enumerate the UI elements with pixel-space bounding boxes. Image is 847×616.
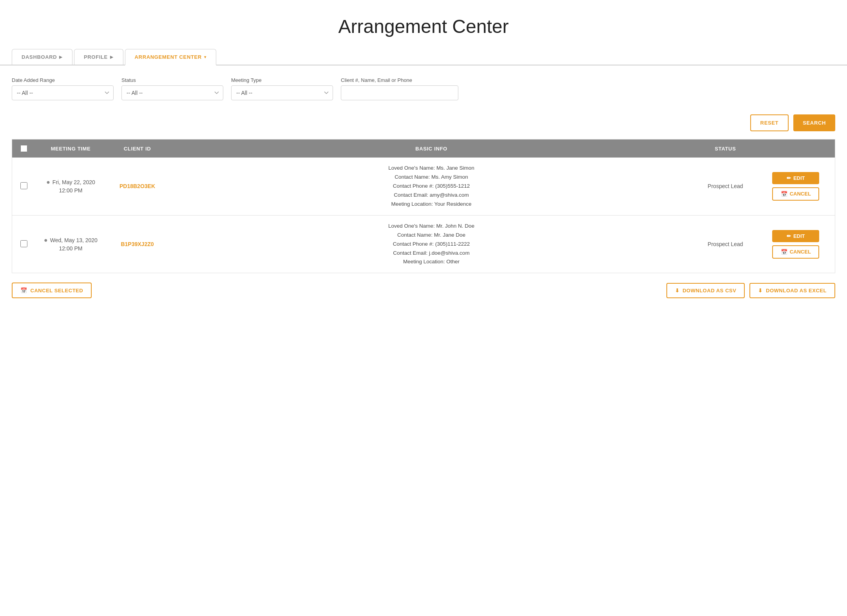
row2-cancel-label: CANCEL [790,249,811,255]
row1-checkbox-cell [12,158,36,215]
row2-cancel-button[interactable]: 📅 CANCEL [772,245,819,259]
download-excel-button[interactable]: ⬇ DOWNLOAD AS EXCEL [749,283,835,298]
row2-action-buttons: ✏ EDIT 📅 CANCEL [763,230,829,259]
table-container: MEETING TIME CLIENT ID BASIC INFO STATUS… [12,139,835,273]
select-all-checkbox[interactable] [20,145,27,152]
calendar-icon: 📅 [781,249,787,255]
cancel-selected-button[interactable]: 📅 CANCEL SELECTED [12,283,92,298]
row1-contact-phone: Contact Phone #: (305)555-1212 [175,182,688,191]
pencil-icon: ✏ [787,233,791,239]
row2-client-id-cell: B1P39XJ2Z0 [106,215,169,273]
filter-meeting-type: Meeting Type -- All -- [231,77,333,100]
bottom-bar: 📅 CANCEL SELECTED ⬇ DOWNLOAD AS CSV ⬇ DO… [0,275,847,306]
col-header-client-id: CLIENT ID [106,140,169,158]
row1-meeting-time: ● Fri, May 22, 2020 12:00 PM [42,179,100,194]
row2-loved-ones-name: Loved One's Name: Mr. John N. Doe [175,222,688,231]
nav-tabs: DASHBOARD ▶ PROFILE ▶ ARRANGEMENT CENTER… [0,49,847,65]
col-header-checkbox [12,140,36,158]
download-buttons: ⬇ DOWNLOAD AS CSV ⬇ DOWNLOAD AS EXCEL [666,283,835,298]
col-header-basic-info: BASIC INFO [169,140,694,158]
tab-dashboard-label: DASHBOARD [22,54,57,60]
row2-edit-button[interactable]: ✏ EDIT [772,230,819,242]
row1-action-buttons: ✏ EDIT 📅 CANCEL [763,172,829,201]
row2-meeting-time-top: ● Wed, May 13, 2020 [44,237,98,244]
tab-arrangement-center-arrow: ▾ [204,55,206,59]
row2-meeting-location: Meeting Location: Other [175,257,688,266]
row1-contact-email: Contact Email: amy@shiva.com [175,191,688,200]
tab-arrangement-center-label: ARRANGEMENT CENTER [135,54,202,60]
cancel-selected-label: CANCEL SELECTED [31,288,83,294]
row2-edit-label: EDIT [793,233,805,239]
row2-contact-phone: Contact Phone #: (305)111-2222 [175,240,688,249]
filter-date-range-select[interactable]: -- All -- [12,85,114,100]
row2-basic-info: Loved One's Name: Mr. John N. Doe Contac… [175,222,688,267]
row2-meeting-hour: 12:00 PM [59,245,83,252]
row2-status-cell: Prospect Lead [694,215,757,273]
filter-meeting-type-select[interactable]: -- All -- [231,85,333,100]
pencil-icon: ✏ [787,175,791,181]
row2-actions-cell: ✏ EDIT 📅 CANCEL [757,215,835,273]
search-button[interactable]: SEARCH [793,114,835,131]
filters-row: Date Added Range -- All -- Status -- All… [12,77,835,100]
filter-meeting-type-label: Meeting Type [231,77,333,83]
filter-search: Client #, Name, Email or Phone [341,77,458,100]
row2-contact-name: Contact Name: Mr. Jane Doe [175,231,688,240]
row2-contact-email: Contact Email: j.doe@shiva.com [175,249,688,258]
row1-cancel-label: CANCEL [790,191,811,197]
row2-checkbox-cell [12,215,36,273]
tab-arrangement-center[interactable]: ARRANGEMENT CENTER ▾ [125,49,216,65]
row1-actions-cell: ✏ EDIT 📅 CANCEL [757,158,835,215]
row1-client-id-link[interactable]: PD18B2O3EK [119,183,155,189]
row1-cancel-button[interactable]: 📅 CANCEL [772,187,819,201]
table-row: ● Fri, May 22, 2020 12:00 PM PD18B2O3EK … [12,158,835,215]
reset-button[interactable]: RESET [750,114,789,131]
table-row: ● Wed, May 13, 2020 12:00 PM B1P39XJ2Z0 … [12,215,835,273]
row2-checkbox[interactable] [20,240,27,247]
download-csv-button[interactable]: ⬇ DOWNLOAD AS CSV [666,283,745,298]
filter-search-label: Client #, Name, Email or Phone [341,77,458,83]
tab-profile[interactable]: PROFILE ▶ [74,49,123,65]
action-buttons-row: RESET SEARCH [0,108,847,139]
filter-status: Status -- All -- [121,77,223,100]
col-header-actions [757,140,835,158]
row2-meeting-time: ● Wed, May 13, 2020 12:00 PM [42,237,100,252]
row2-client-id-link[interactable]: B1P39XJ2Z0 [121,241,154,247]
row1-meeting-location: Meeting Location: Your Residence [175,200,688,209]
tab-profile-label: PROFILE [84,54,108,60]
calendar-icon: 📅 [781,191,787,197]
row2-meeting-date: Wed, May 13, 2020 [50,237,98,243]
row1-edit-label: EDIT [793,175,805,181]
row1-basic-info: Loved One's Name: Ms. Jane Simon Contact… [175,164,688,209]
col-header-status: STATUS [694,140,757,158]
row1-meeting-time-cell: ● Fri, May 22, 2020 12:00 PM [36,158,106,215]
search-input[interactable] [341,85,458,100]
row1-edit-button[interactable]: ✏ EDIT [772,172,819,184]
row1-meeting-date: Fri, May 22, 2020 [52,179,95,185]
clock-icon: ● [46,179,50,186]
filter-date-range: Date Added Range -- All -- [12,77,114,100]
download-excel-label: DOWNLOAD AS EXCEL [766,288,827,294]
row1-status: Prospect Lead [708,183,743,189]
cancel-selected-icon: 📅 [20,287,27,294]
row1-client-id-cell: PD18B2O3EK [106,158,169,215]
row2-status: Prospect Lead [708,241,743,247]
download-csv-icon: ⬇ [675,288,680,294]
row1-basic-info-cell: Loved One's Name: Ms. Jane Simon Contact… [169,158,694,215]
tab-profile-arrow: ▶ [110,55,114,59]
row2-meeting-time-cell: ● Wed, May 13, 2020 12:00 PM [36,215,106,273]
download-excel-icon: ⬇ [758,288,763,294]
table-header: MEETING TIME CLIENT ID BASIC INFO STATUS [12,140,835,158]
row1-checkbox[interactable] [20,182,27,189]
row1-meeting-time-top: ● Fri, May 22, 2020 [46,179,95,186]
row1-loved-ones-name: Loved One's Name: Ms. Jane Simon [175,164,688,173]
table-body: ● Fri, May 22, 2020 12:00 PM PD18B2O3EK … [12,158,835,273]
row1-status-cell: Prospect Lead [694,158,757,215]
tab-dashboard-arrow: ▶ [59,55,63,59]
arrangements-table: MEETING TIME CLIENT ID BASIC INFO STATUS… [12,139,835,273]
filters-section: Date Added Range -- All -- Status -- All… [0,77,847,108]
filter-status-select[interactable]: -- All -- [121,85,223,100]
tab-dashboard[interactable]: DASHBOARD ▶ [12,49,72,65]
filter-status-label: Status [121,77,223,83]
col-header-meeting-time: MEETING TIME [36,140,106,158]
page-title: Arrangement Center [0,0,847,49]
